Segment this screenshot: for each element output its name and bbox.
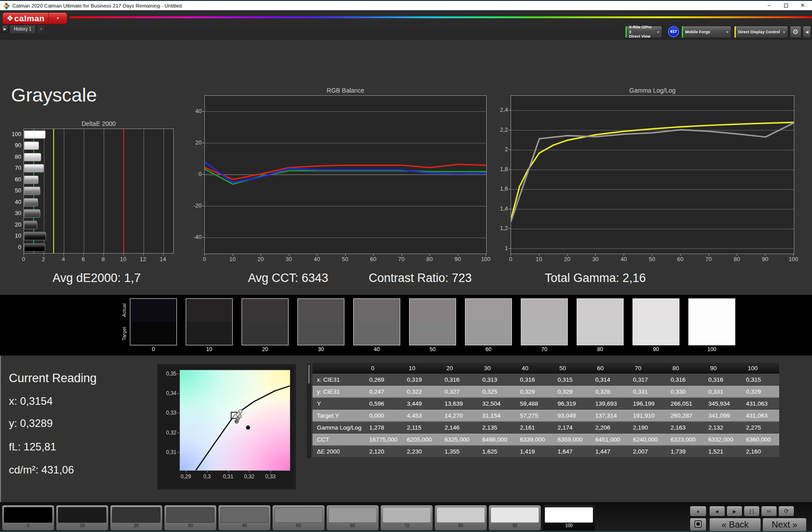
back-button[interactable]: « Back xyxy=(709,518,761,532)
tick xyxy=(202,206,204,206)
cie-y-tick: 0,31 xyxy=(162,449,176,455)
window-titlebar: Calman 2020 Calman Ultimate for Business… xyxy=(0,0,812,10)
measurement-table: 0102030405060708090100x: CIE310,2690,319… xyxy=(312,363,779,458)
tab-scroll-button[interactable]: ▶ xyxy=(1,25,8,33)
pattern-window-button[interactable] xyxy=(690,518,707,531)
tab-history-1[interactable]: History 1 xyxy=(9,25,36,33)
tick xyxy=(207,471,207,473)
swatch-label: 70 xyxy=(521,346,568,352)
reading-fl: fL: 125,81 xyxy=(9,441,56,453)
calman-menu-button[interactable]: ❖ calman ▼ xyxy=(2,12,67,24)
table-cell: 1,521 xyxy=(704,446,742,458)
tick xyxy=(508,110,511,110)
table-row-label: Target Y xyxy=(312,410,365,422)
rgb-plot-x-tick: 10 xyxy=(224,256,242,262)
stat-total-gamma: Total Gamma: 2,16 xyxy=(545,271,646,285)
pattern-button-20[interactable]: 20 xyxy=(110,505,163,531)
grayscale-swatch-40 xyxy=(353,298,400,345)
close-icon[interactable]: ✕ xyxy=(795,1,810,11)
next-button[interactable]: Next » xyxy=(762,518,807,532)
cie-y-tick: 0,33 xyxy=(162,410,176,416)
collapse-panel-button[interactable]: ◀ xyxy=(803,26,811,38)
maximize-icon[interactable] xyxy=(778,1,793,11)
display-control-label: Direct Display Control xyxy=(736,30,781,34)
pattern-button-80[interactable]: 80 xyxy=(434,505,487,531)
target-patch xyxy=(130,322,176,345)
table-cell: 6323,000 xyxy=(666,434,704,446)
pattern-swatch xyxy=(58,507,106,523)
pattern-button-30[interactable]: 30 xyxy=(164,505,217,531)
add-tab-button[interactable]: + xyxy=(37,25,46,33)
grayscale-swatch-80 xyxy=(577,298,624,345)
fail-reference-line xyxy=(123,129,124,253)
display-control-dropdown[interactable]: Direct Display Control ▼ xyxy=(734,26,788,38)
pattern-button-100[interactable]: 100 xyxy=(543,505,595,531)
target-patch xyxy=(242,322,288,345)
table-cell: 341,099 xyxy=(704,410,742,422)
gamma-plot-x-tick: 20 xyxy=(558,256,576,262)
settings-button[interactable]: ⚙ xyxy=(790,26,801,38)
table-column-header: 10 xyxy=(402,363,440,374)
meter-dropdown[interactable]: X-Rite i1Pro 3 Direct View ▼ xyxy=(625,26,662,38)
table-cell: 6339,000 xyxy=(515,434,553,446)
tick xyxy=(163,254,164,255)
table-cell: 6240,000 xyxy=(629,434,666,446)
rgb-plot-x-tick: 50 xyxy=(336,256,354,262)
table-cell: 14,270 xyxy=(440,410,478,422)
stop-button[interactable]: ■ xyxy=(709,506,725,516)
chevron-down-icon: ▼ xyxy=(49,16,67,20)
continuous-button[interactable]: ∞ xyxy=(761,506,777,516)
reading-x: x: 0,3154 xyxy=(9,395,53,407)
tick xyxy=(202,143,204,143)
deltae-category-label: 80 xyxy=(5,153,21,160)
rgb-plot-x-tick: 70 xyxy=(393,256,410,262)
table-cell: 2,120 xyxy=(365,446,402,458)
table-cell: 6325,000 xyxy=(440,434,478,446)
table-cell: 0,596 xyxy=(365,398,402,410)
pattern-label: 20 xyxy=(110,523,162,528)
calman-app: { "window": { "title": "Calman 2020 Calm… xyxy=(0,0,812,532)
pattern-button-10[interactable]: 10 xyxy=(56,505,109,531)
table-corner xyxy=(312,363,365,374)
pattern-label: 0 xyxy=(2,523,54,528)
deltae-x-tick: 10 xyxy=(114,256,132,262)
deltae-category-label: 10 xyxy=(5,232,21,239)
play-button[interactable]: ▶ xyxy=(726,506,742,516)
interval-button[interactable]: [·] xyxy=(744,506,760,516)
pattern-button-40[interactable]: 40 xyxy=(218,505,271,531)
table-cell: 345,934 xyxy=(704,398,742,410)
gear-icon: ⚙ xyxy=(792,28,798,35)
cie-x-tick: 0,3 xyxy=(200,473,214,480)
calman-logo-icon: ❖ xyxy=(7,14,13,23)
pattern-button-70[interactable]: 70 xyxy=(380,505,433,531)
table-column-header: 50 xyxy=(553,363,591,374)
refresh-button[interactable]: ⟳ xyxy=(778,506,794,516)
plus-icon: + xyxy=(40,27,43,31)
pattern-swatch xyxy=(383,507,431,523)
table-cell: 2,146 xyxy=(440,422,478,434)
rgb-plot-x-tick: 30 xyxy=(280,256,298,262)
cie-y-tick: 0,35 xyxy=(162,371,176,377)
table-cell: 2,115 xyxy=(402,422,440,434)
rgb-balance-chart xyxy=(204,95,487,254)
meter-count-badge[interactable]: 617 xyxy=(668,26,679,37)
pattern-button-90[interactable]: 90 xyxy=(488,505,541,531)
workflow-dropdown[interactable]: Mobile Forge ▼ xyxy=(681,26,731,38)
tick xyxy=(177,452,179,453)
table-cell: 0,329 xyxy=(553,386,591,398)
swatch-label: 50 xyxy=(409,346,456,352)
gamma-plot-x-tick: 50 xyxy=(643,256,661,262)
minimize-icon[interactable]: – xyxy=(761,1,777,11)
pattern-button-0[interactable]: 0 xyxy=(2,505,55,531)
pattern-options-button[interactable]: ▲ xyxy=(690,506,707,516)
table-cell: 1,355 xyxy=(440,446,478,458)
swatch-label: 60 xyxy=(465,346,512,352)
table-column-header: 20 xyxy=(440,363,478,374)
pattern-button-50[interactable]: 50 xyxy=(272,505,325,531)
pattern-button-60[interactable]: 60 xyxy=(326,505,379,531)
tick xyxy=(508,248,511,249)
actual-patch xyxy=(465,299,511,322)
deltae-bar-20 xyxy=(24,221,37,229)
table-cell: 196,199 xyxy=(629,398,666,410)
table-scrollbar[interactable] xyxy=(307,364,311,458)
